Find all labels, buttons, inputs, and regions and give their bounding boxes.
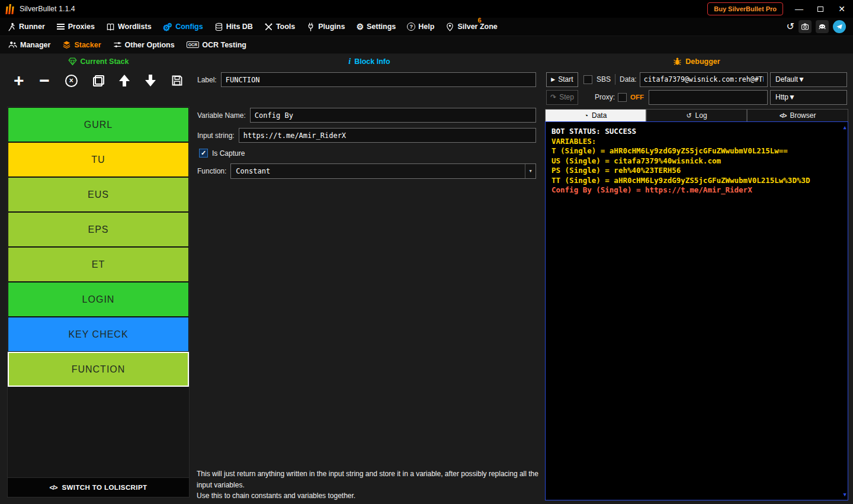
clone-block-icon[interactable]	[93, 75, 104, 86]
bug-icon	[673, 57, 682, 66]
app-logo-icon	[6, 4, 14, 14]
function-dropdown[interactable]: Constant ▼	[230, 163, 536, 179]
separator	[615, 74, 615, 85]
menu-label: Configs	[175, 23, 203, 31]
label-row: Label:	[197, 72, 536, 87]
stack-block-login[interactable]: LOGIN	[8, 282, 189, 317]
input-string-input[interactable]	[239, 128, 536, 143]
scroll-down-arrow[interactable]: ▼	[844, 490, 846, 500]
label-caption: Label:	[197, 76, 217, 84]
move-up-icon[interactable]	[119, 75, 130, 86]
save-icon[interactable]	[171, 75, 183, 86]
tab-browser[interactable]: </> Browser	[747, 109, 848, 121]
info-icon: i	[348, 57, 351, 66]
function-description: This will just return anything written i…	[197, 468, 543, 502]
maximize-icon	[817, 7, 823, 12]
add-block-icon[interactable]: +	[14, 72, 24, 89]
debugger-header: Debugger	[545, 57, 848, 66]
scroll-up-arrow[interactable]: ▲	[844, 123, 846, 133]
menu-item-proxies[interactable]: Proxies	[56, 23, 95, 31]
config-submenu: Manager Stacker Other Options OCR OCR Te…	[0, 36, 853, 54]
tools-icon	[264, 23, 273, 31]
stack-block-et[interactable]: ET	[8, 247, 189, 282]
close-button[interactable]: ✕	[836, 4, 847, 14]
move-down-icon[interactable]	[145, 75, 156, 86]
proxy-type-dropdown[interactable]: Http ▼	[770, 90, 847, 105]
stack-block-key-check[interactable]: KEY CHECK	[8, 317, 189, 352]
menu-item-wordlists[interactable]: Wordlists	[106, 23, 152, 31]
menu-item-help[interactable]: ? Help	[407, 23, 434, 31]
start-button[interactable]: ▶ Start	[546, 72, 578, 87]
menubar-tray: ↺	[787, 20, 846, 33]
discord-button[interactable]	[816, 20, 829, 33]
is-capture-label: Is Capture	[212, 149, 245, 158]
menu-label: Tools	[276, 23, 295, 31]
menu-item-tools[interactable]: Tools	[264, 23, 295, 31]
step-button[interactable]: ↷ Step	[546, 90, 578, 105]
data-tab-icon: ◔	[584, 113, 588, 119]
remove-block-icon[interactable]: −	[39, 72, 50, 89]
chevron-down-icon: ▼	[788, 93, 796, 101]
stack-block-eps[interactable]: EPS	[8, 212, 189, 247]
menu-label: Settings	[367, 23, 396, 31]
sbs-label: SBS	[597, 75, 611, 84]
stack-block-eus[interactable]: EUS	[8, 177, 189, 212]
stack-block-gurl[interactable]: GURL	[8, 107, 189, 142]
capture-line: Config By (Single) = https://t.me/Amir_R…	[551, 185, 839, 195]
submenu-item-manager[interactable]: Manager	[8, 40, 50, 49]
tab-log[interactable]: ↺ Log	[646, 109, 748, 121]
is-capture-checkbox[interactable]: ✓	[199, 149, 208, 158]
data-input[interactable]	[640, 72, 768, 87]
tab-label: Data	[592, 111, 607, 120]
buy-pro-button[interactable]: Buy SilverBullet Pro	[707, 2, 783, 15]
stack-block-function[interactable]: FUNCTION	[8, 352, 189, 387]
menu-item-hits-db[interactable]: Hits DB	[214, 23, 253, 31]
titlebar: SilverBullet 1.1.4 Buy SilverBullet Pro …	[0, 0, 853, 18]
menu-item-silver-zone[interactable]: Silver Zone 6	[445, 23, 497, 31]
menu-item-settings[interactable]: ⚙ Settings	[356, 23, 396, 31]
book-icon	[106, 23, 115, 31]
telegram-button[interactable]	[833, 20, 846, 33]
menu-item-configs[interactable]: ⚙⚙ Configs	[163, 21, 203, 32]
description-line: This will just return anything written i…	[197, 468, 543, 490]
play-icon: ▶	[551, 76, 555, 82]
submenu-item-stacker[interactable]: Stacker	[62, 40, 101, 49]
debugger-tabs: ◔ Data ↺ Log </> Browser	[545, 109, 848, 121]
wordlist-type-dropdown[interactable]: Default ▼	[770, 72, 847, 87]
tab-label: Browser	[790, 111, 816, 120]
function-caption: Function:	[197, 167, 226, 175]
variable-name-input[interactable]	[250, 108, 536, 123]
minimize-button[interactable]: —	[794, 4, 804, 14]
people-icon	[8, 40, 17, 49]
history-icon[interactable]: ↺	[787, 23, 794, 31]
menu-label: Silver Zone	[457, 23, 497, 31]
person-pin-icon	[445, 23, 454, 31]
switch-to-loliscript-button[interactable]: </> SWITCH TO LOLISCRIPT	[8, 477, 189, 497]
screenshot-button[interactable]	[799, 20, 812, 33]
proxy-checkbox[interactable]	[618, 93, 627, 102]
function-dropdown-value: Constant	[236, 167, 270, 175]
proxy-status: OFF	[630, 94, 644, 101]
proxy-input[interactable]	[649, 90, 768, 105]
debugger-data-panel[interactable]: BOT STATUS: SUCCESS VARIABLES: T (Single…	[545, 121, 848, 500]
submenu-item-ocr-testing[interactable]: OCR OCR Testing	[187, 41, 246, 49]
maximize-button[interactable]	[815, 4, 826, 14]
submenu-label: Stacker	[74, 41, 101, 49]
is-capture-row: ✓ Is Capture	[199, 149, 245, 158]
proxy-caption: Proxy:	[595, 93, 615, 101]
submenu-item-other-options[interactable]: Other Options	[113, 40, 175, 49]
description-line: Use this to chain constants and variable…	[197, 490, 543, 502]
disable-block-icon[interactable]: ×	[65, 75, 78, 87]
block-label-input[interactable]	[221, 72, 536, 87]
menu-label: Proxies	[68, 23, 95, 31]
menu-item-plugins[interactable]: Plugins	[306, 23, 345, 31]
wordlist-type-value: Default	[775, 75, 798, 84]
stack-block-tu[interactable]: TU	[8, 142, 189, 177]
code-icon: </>	[780, 113, 786, 119]
sbs-checkbox[interactable]	[583, 75, 592, 84]
tab-label: Log	[695, 111, 707, 120]
tab-data[interactable]: ◔ Data	[545, 109, 646, 121]
menu-item-runner[interactable]: Runner	[7, 23, 45, 31]
block-info-header: i Block Info	[195, 57, 543, 66]
variable-line: T (Single) = aHR0cHM6Ly9zdG9yZS5jcGFuZWw…	[551, 146, 839, 156]
